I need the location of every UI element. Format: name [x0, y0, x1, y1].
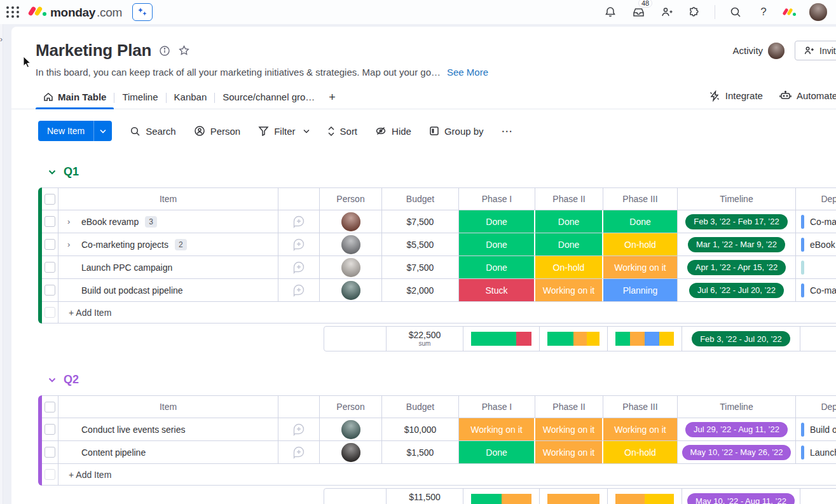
status-distribution-bar[interactable]	[615, 494, 674, 504]
status-label[interactable]: On-hold	[535, 256, 602, 278]
row-checkbox[interactable]	[45, 216, 55, 227]
column-phase2[interactable]: Phase II	[535, 396, 603, 418]
add-update-icon[interactable]	[292, 446, 306, 459]
status-distribution-bar[interactable]	[471, 332, 531, 346]
dependent-item-chip[interactable]: Build out podcast pipeline	[801, 423, 836, 437]
status-label[interactable]: On-hold	[603, 441, 677, 463]
add-item-button[interactable]: + Add Item	[69, 308, 111, 318]
sort-button[interactable]: Sort	[327, 126, 358, 137]
budget-cell[interactable]: $5,500	[382, 233, 459, 255]
see-more-link[interactable]: See More	[447, 67, 488, 78]
dependent-item-chip[interactable]	[801, 261, 804, 275]
timeline-range-pill[interactable]: May 10, ’22 - Aug 11, ’22	[687, 493, 795, 504]
status-label[interactable]: Done	[459, 210, 534, 233]
add-update-icon[interactable]	[292, 261, 306, 274]
automate-button[interactable]: Automate / 3	[779, 90, 836, 101]
person-avatar[interactable]	[341, 212, 360, 231]
item-name[interactable]: eBook revamp	[81, 217, 139, 227]
group-name[interactable]: Q1	[64, 165, 79, 179]
column-phase3[interactable]: Phase III	[603, 396, 678, 418]
add-update-icon[interactable]	[292, 423, 306, 436]
add-update-icon[interactable]	[292, 283, 306, 297]
status-label[interactable]: Stuck	[459, 279, 534, 301]
help-icon[interactable]: ?	[756, 4, 771, 20]
status-label[interactable]: Planning	[603, 279, 677, 301]
tab-timeline[interactable]: Timeline	[114, 86, 165, 109]
status-label[interactable]: Done	[603, 210, 677, 233]
column-timeline[interactable]: Timeline	[678, 396, 796, 418]
status-label[interactable]: Working on it	[535, 279, 602, 301]
search-button[interactable]: Search	[130, 126, 176, 137]
timeline-pill[interactable]: Jul 29, ’22 - Aug 11, ’22	[685, 422, 788, 437]
row-checkbox[interactable]	[45, 447, 55, 458]
status-label[interactable]: Working on it	[535, 418, 602, 440]
expand-subitems-icon[interactable]: ›	[67, 217, 81, 226]
timeline-pill[interactable]: May 10, ’22 - May 26, ’22	[682, 445, 791, 460]
add-view-button[interactable]: +	[322, 91, 342, 104]
column-item[interactable]: Item	[58, 188, 278, 210]
column-person[interactable]: Person	[320, 396, 382, 418]
monday-logo[interactable]: monday.com	[30, 5, 122, 20]
activity-button[interactable]: Activity	[733, 43, 785, 59]
person-avatar[interactable]	[341, 420, 360, 439]
search-icon[interactable]	[728, 4, 743, 20]
invite-button[interactable]: Invite / 8	[795, 41, 836, 60]
column-phase1[interactable]: Phase I	[459, 188, 535, 210]
tab-source-channel[interactable]: Source/channel gro…	[215, 86, 322, 109]
budget-cell[interactable]: $10,000	[382, 418, 459, 440]
status-label[interactable]: Done	[535, 233, 602, 255]
dependent-item-chip[interactable]: Co-marketing projects	[801, 215, 836, 229]
budget-cell[interactable]: $1,500	[382, 441, 459, 463]
favorite-star-icon[interactable]	[178, 44, 190, 57]
ai-assistant-button[interactable]	[132, 3, 153, 21]
row-checkbox[interactable]	[45, 239, 55, 250]
dependent-item-chip[interactable]: Co-marketing projects	[801, 283, 836, 297]
user-avatar[interactable]	[809, 3, 827, 21]
row-checkbox[interactable]	[45, 424, 55, 435]
column-phase1[interactable]: Phase I	[459, 396, 535, 418]
row-checkbox[interactable]	[45, 262, 55, 273]
timeline-pill[interactable]: Mar 1, ’22 - Mar 9, ’22	[688, 237, 785, 252]
tab-kanban[interactable]: Kanban	[167, 86, 215, 109]
timeline-pill[interactable]: Apr 1, ’22 - Apr 15, ’22	[687, 260, 786, 275]
sidebar-expand-icon[interactable]: ›	[0, 35, 3, 44]
timeline-pill[interactable]: Jul 6, ’22 - Jul 20, ’22	[689, 283, 784, 298]
new-item-dropdown[interactable]	[94, 121, 112, 141]
item-name[interactable]: Content pipeline	[81, 447, 146, 458]
subitem-count-badge[interactable]: 2	[175, 239, 187, 250]
status-distribution-bar[interactable]	[471, 494, 531, 504]
timeline-range-pill[interactable]: Feb 3, ’22 - Jul 20, ’22	[692, 331, 790, 346]
item-name[interactable]: Conduct live events series	[81, 425, 185, 435]
add-item-button[interactable]: + Add Item	[69, 470, 111, 480]
filter-button[interactable]: Filter	[258, 126, 309, 137]
column-item[interactable]: Item	[58, 396, 278, 418]
column-timeline[interactable]: Timeline	[678, 188, 796, 210]
status-label[interactable]: Working on it	[535, 441, 602, 463]
add-update-icon[interactable]	[292, 215, 306, 228]
budget-cell[interactable]: $7,500	[382, 256, 459, 278]
person-avatar[interactable]	[341, 281, 360, 300]
column-phase3[interactable]: Phase III	[603, 188, 678, 210]
status-distribution-bar[interactable]	[547, 332, 600, 346]
status-label[interactable]: Done	[459, 441, 534, 463]
dependent-item-chip[interactable]: Launch PPC campaign	[801, 446, 836, 460]
status-label[interactable]: Done	[459, 233, 534, 255]
status-distribution-bar[interactable]	[547, 494, 600, 504]
new-item-button[interactable]: New Item	[38, 121, 112, 141]
status-label[interactable]: Done	[535, 210, 602, 233]
select-all-checkbox[interactable]	[45, 194, 55, 205]
budget-cell[interactable]: $7,500	[382, 210, 459, 233]
inbox-icon[interactable]: 48	[631, 4, 646, 20]
column-dependent[interactable]: Dependent On	[796, 396, 836, 418]
status-label[interactable]: Working on it	[603, 256, 677, 278]
board-info-icon[interactable]	[159, 45, 170, 57]
subitem-count-badge[interactable]: 3	[145, 216, 157, 228]
group-name[interactable]: Q2	[64, 373, 79, 386]
item-name[interactable]: Launch PPC campaign	[81, 262, 172, 273]
item-name[interactable]: Co-marketing projects	[81, 240, 168, 250]
person-filter-button[interactable]: Person	[194, 125, 241, 137]
apps-grid-icon[interactable]	[6, 6, 20, 18]
select-all-checkbox[interactable]	[45, 402, 55, 412]
group-q2-title[interactable]: Q2	[11, 373, 836, 386]
board-title[interactable]: Marketing Plan	[36, 41, 151, 60]
